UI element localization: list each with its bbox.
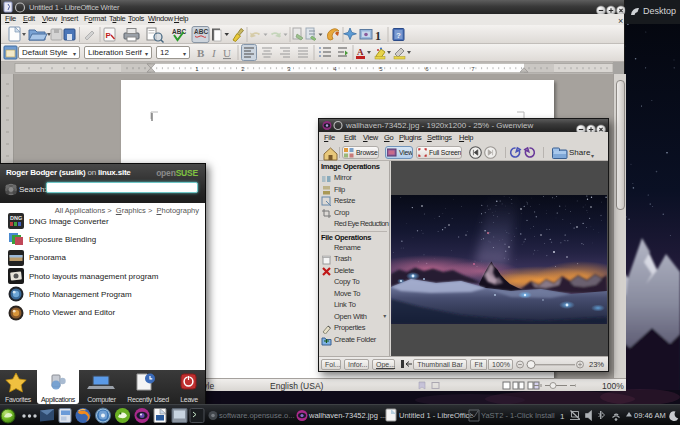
svg-text:U: U [223, 47, 231, 59]
svg-text:?: ? [396, 31, 401, 40]
svg-text:wallhaven-73452.jpg ...: wallhaven-73452.jpg ... [308, 411, 386, 420]
svg-text:1: 1 [560, 412, 565, 421]
svg-text:Untitled 1 - LibreOffice: Untitled 1 - LibreOffice [399, 411, 473, 420]
svg-text:A: A [357, 47, 364, 57]
svg-text:1: 1 [375, 29, 381, 43]
svg-text:I: I [211, 47, 217, 59]
svg-text:B: B [197, 47, 205, 59]
svg-text:09:46 AM: 09:46 AM [634, 411, 666, 420]
svg-text:YaST2 - 1-Click Install: YaST2 - 1-Click Install [481, 411, 555, 420]
svg-text:software.opensuse.o...: software.opensuse.o... [219, 411, 294, 420]
svg-text:DNG: DNG [10, 215, 22, 221]
svg-text:ABC: ABC [172, 28, 186, 35]
